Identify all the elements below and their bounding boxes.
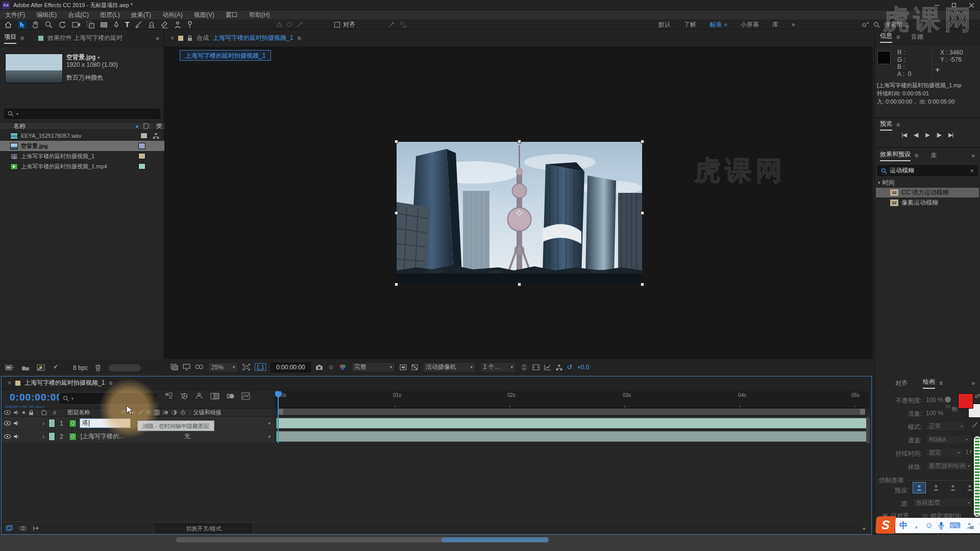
adjustment-icon[interactable]	[52, 364, 59, 371]
workspace-default[interactable]: 默认	[658, 20, 671, 29]
layer-2-duration-bar[interactable]	[276, 431, 868, 442]
paint-panel-menu-icon[interactable]: ≡	[939, 380, 943, 387]
label-chip[interactable]	[138, 143, 145, 149]
project-row-comp[interactable]: 上海写字楼的延时拍摄视频_1	[0, 151, 164, 161]
ime-microphone-icon[interactable]	[938, 521, 944, 530]
next-frame-button[interactable]: |▶	[937, 132, 941, 138]
workspace-standard[interactable]: 标准 ≡	[709, 20, 727, 29]
layer-name-column[interactable]: 图层名称	[67, 409, 90, 416]
magnification-icon[interactable]	[195, 364, 204, 370]
opacity-value[interactable]: 100 %	[926, 396, 943, 404]
graph-editor-icon[interactable]	[241, 392, 250, 400]
timeline-graph-icon[interactable]	[544, 364, 551, 370]
timeline-tab-comp-name[interactable]: 上海写字楼的延时拍摄视频_1	[24, 379, 105, 387]
fast-previews-icon[interactable]	[400, 364, 407, 370]
pixel-aspect-icon[interactable]	[532, 364, 540, 370]
effects-tabs-overflow-icon[interactable]: »	[971, 152, 975, 159]
time-ruler[interactable]: :00s 01s 02s 03s 04s 05s	[275, 391, 869, 408]
view-layout-dropdown[interactable]: 1 个...▾	[480, 362, 516, 372]
menu-composition[interactable]: 合成(C)	[68, 11, 89, 19]
menu-animation[interactable]: 动画(A)	[162, 11, 183, 19]
selection-handle[interactable]	[518, 140, 521, 143]
project-search-input[interactable]: ▾	[4, 109, 160, 119]
parent-link-column[interactable]: 父级和链接	[193, 409, 222, 416]
layer-audio-icon[interactable]	[13, 420, 19, 426]
selection-handle[interactable]	[641, 283, 644, 286]
tab-info[interactable]: 信息	[880, 32, 892, 43]
selection-handle[interactable]	[395, 211, 398, 215]
source-dropdown[interactable]: 当前图层▾	[913, 498, 973, 508]
project-row-jpg-selected[interactable]: 空背景.jpg	[0, 141, 164, 151]
workspace-learn[interactable]: 了解	[684, 20, 696, 29]
work-area-start-handle[interactable]	[278, 409, 283, 415]
snap-options-icon[interactable]	[388, 21, 395, 28]
effect-item-pixel-motion-blur[interactable]: 32 像素运动模糊	[876, 198, 979, 208]
selection-handle[interactable]	[641, 211, 644, 215]
composition-image[interactable]	[397, 142, 642, 284]
tab-project[interactable]: 项目	[4, 33, 16, 44]
close-button[interactable]	[963, 0, 980, 10]
reset-exposure-icon[interactable]: ↺	[567, 363, 573, 371]
sogou-logo[interactable]: S	[875, 516, 896, 534]
selection-handle[interactable]	[395, 283, 398, 286]
snapshot-camera-icon[interactable]	[315, 364, 323, 370]
draft-3d-icon[interactable]	[180, 392, 188, 400]
tab-libraries[interactable]: 库	[930, 152, 937, 160]
clone-stamp-tool-icon[interactable]	[148, 21, 155, 29]
timeline-vscrollbar[interactable]	[866, 417, 870, 443]
play-button[interactable]: ▶	[925, 132, 929, 138]
layer-color-chip[interactable]	[48, 419, 55, 428]
pan-behind-tool-icon[interactable]	[86, 21, 94, 29]
parent-dropdown-icon[interactable]: ▾	[268, 421, 271, 426]
eraser-tool-icon[interactable]	[161, 21, 168, 29]
workspace-menu-icon[interactable]: ≡	[724, 22, 727, 28]
tab-effects-presets[interactable]: 效果和预设	[880, 150, 911, 161]
playhead-line[interactable]	[278, 391, 279, 443]
parent-dropdown[interactable]: 无	[184, 432, 190, 441]
duration-dropdown[interactable]: 固定▾	[926, 448, 963, 458]
comp-mini-flowchart-icon[interactable]	[164, 392, 173, 400]
effects-search-input[interactable]: 运动模糊 ×	[877, 165, 977, 176]
exposure-value[interactable]: +0.0	[577, 364, 590, 371]
ime-mode-chinese[interactable]: 中	[899, 520, 908, 531]
first-frame-button[interactable]: |◀	[902, 132, 906, 138]
preview-panel-menu-icon[interactable]: ≡	[896, 121, 900, 129]
project-depth-button[interactable]: 8 bpc	[73, 364, 88, 371]
clone-preset-1[interactable]	[913, 482, 926, 493]
transparency-grid-icon[interactable]	[411, 364, 418, 370]
parent-dropdown-icon[interactable]: ▾	[268, 434, 271, 439]
clone-preset-3[interactable]	[946, 482, 960, 493]
footage-name-dropdown-icon[interactable]: ▾	[97, 55, 100, 60]
channel-dropdown[interactable]: RGBA▾	[926, 435, 971, 444]
share-view-icon[interactable]	[521, 364, 528, 370]
last-frame-button[interactable]: ▶|	[948, 132, 953, 138]
channels-icon[interactable]	[339, 364, 347, 370]
always-preview-icon[interactable]	[170, 364, 178, 370]
viewer-tab-comp-name[interactable]: 上海写字楼的延时拍摄视频_1	[213, 34, 293, 42]
lock-icon[interactable]	[187, 35, 192, 41]
effects-search-text[interactable]: 运动模糊	[890, 166, 914, 175]
camera-tool-icon[interactable]	[72, 21, 81, 29]
current-timecode[interactable]: 0:00:00:00	[10, 392, 62, 403]
workspace-libraries[interactable]: 库	[772, 20, 778, 29]
flowchart-icon[interactable]	[556, 364, 562, 370]
menu-edit[interactable]: 编辑(E)	[36, 11, 57, 19]
column-type[interactable]: 类	[154, 122, 164, 131]
clear-search-icon[interactable]: ×	[970, 167, 974, 174]
timeline-search-input[interactable]: ▾	[59, 393, 156, 404]
new-composition-icon[interactable]	[37, 364, 45, 371]
layer-row-2[interactable]: › 2 [上海写字楼的... 无 ▾	[2, 430, 275, 443]
layer-1-duration-bar[interactable]	[276, 418, 868, 429]
zoom-tool-icon[interactable]	[45, 21, 53, 29]
camera-dropdown[interactable]: 活动摄像机▾	[423, 362, 476, 372]
selection-handle[interactable]	[395, 140, 398, 143]
menu-window[interactable]: 窗口	[226, 11, 238, 19]
rotate-tool-icon[interactable]	[58, 21, 66, 29]
brush-tool-icon[interactable]	[135, 21, 142, 29]
work-area-bar[interactable]	[278, 409, 865, 415]
trash-icon[interactable]	[95, 364, 101, 371]
menu-layer[interactable]: 图层(L)	[100, 11, 120, 19]
label-chip[interactable]	[138, 163, 145, 169]
layer-visibility-icon[interactable]	[4, 434, 11, 439]
effect-item-cc-force-motion-blur[interactable]: 32 CC 强力运动模糊	[876, 188, 979, 197]
